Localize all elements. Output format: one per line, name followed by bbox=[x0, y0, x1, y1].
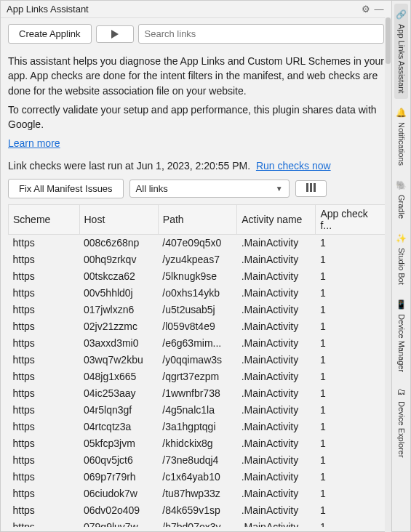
table-row[interactable]: https017jwlxzn6/u5t2usab5j.MainActivity1 bbox=[9, 301, 387, 318]
table-row[interactable]: https04ic253aay/1wwnfbr738.MainActivity1 bbox=[9, 384, 387, 401]
table-row[interactable]: https079g9luv7w/h7bd07ox3y.MainActivity1 bbox=[9, 518, 387, 527]
side-tab-device-explorer[interactable]: 🗂Device Explorer bbox=[396, 381, 407, 464]
cell-activity: .MainActivity bbox=[237, 518, 316, 527]
table-row[interactable]: https03axxd3mi0/e6g63mim....MainActivity… bbox=[9, 334, 387, 351]
cell-path: /l059v8t4e9 bbox=[158, 318, 236, 334]
cell-activity: .MainActivity bbox=[237, 384, 316, 401]
cell-appcheck: 1 bbox=[316, 251, 387, 267]
col-appcheck[interactable]: App check f... bbox=[316, 204, 387, 234]
cell-appcheck: 1 bbox=[316, 518, 387, 527]
col-activity[interactable]: Activity name bbox=[237, 204, 316, 234]
cell-appcheck: 1 bbox=[316, 368, 387, 384]
cell-path: /73ne8udqj4 bbox=[158, 451, 236, 468]
cell-scheme: https bbox=[9, 384, 80, 401]
cell-activity: .MainActivity bbox=[237, 234, 316, 251]
cell-appcheck: 1 bbox=[316, 384, 387, 401]
description-p2: To correctly validate your setup and app… bbox=[8, 102, 384, 132]
cell-appcheck: 1 bbox=[316, 351, 387, 368]
svg-marker-0 bbox=[111, 30, 119, 39]
cell-appcheck: 1 bbox=[316, 318, 387, 334]
cell-appcheck: 1 bbox=[316, 234, 387, 251]
cell-host: 04rtcqtz3a bbox=[79, 418, 158, 435]
cell-path: /1wwnfbr738 bbox=[158, 384, 236, 401]
minimize-icon[interactable]: — bbox=[372, 4, 386, 15]
side-tab-studio-bot[interactable]: ✨Studio Bot bbox=[394, 227, 408, 291]
cell-appcheck: 1 bbox=[316, 451, 387, 468]
cell-appcheck: 1 bbox=[316, 468, 387, 485]
run-checks-link[interactable]: Run checks now bbox=[256, 160, 331, 172]
columns-button[interactable] bbox=[295, 180, 327, 197]
side-tab-label: App Links Assistant bbox=[397, 24, 406, 93]
description-p1: This assistant helps you diagnose the Ap… bbox=[8, 54, 384, 98]
side-tab-label: Device Manager bbox=[397, 314, 406, 372]
search-input[interactable] bbox=[138, 24, 384, 44]
cell-appcheck: 1 bbox=[316, 485, 387, 501]
side-tab-label: Gradle bbox=[397, 195, 406, 219]
cell-host: 069p7r79rh bbox=[79, 468, 158, 485]
table-row[interactable]: https06ciudok7w/tu87hwp33z.MainActivity1 bbox=[9, 485, 387, 501]
notifications-icon: 🔔 bbox=[396, 108, 407, 118]
side-tab-device-manager[interactable]: 📱Device Manager bbox=[394, 294, 408, 378]
cell-scheme: https bbox=[9, 351, 80, 368]
side-tab-gradle[interactable]: 🐘Gradle bbox=[394, 174, 408, 225]
table-row[interactable]: https00hq9zrkqv/yzu4kpeas7.MainActivity1 bbox=[9, 251, 387, 267]
table-row[interactable]: https04rtcqtz3a/3a1hgptqgi.MainActivity1 bbox=[9, 418, 387, 435]
table-row[interactable]: https00v5hhld0j/o0xhs14ykb.MainActivity1 bbox=[9, 284, 387, 301]
table-row[interactable]: https06dv02o409/84k659v1sp.MainActivity1 bbox=[9, 501, 387, 518]
cell-scheme: https bbox=[9, 251, 80, 267]
cell-scheme: https bbox=[9, 301, 80, 318]
status-row: Link checks were last run at Jun 1, 2023… bbox=[1, 157, 391, 176]
table-row[interactable]: https008c6z68np/407e09q5x0.MainActivity1 bbox=[9, 234, 387, 251]
right-sidebar: 🔗App Links Assistant🔔Notifications🐘Gradl… bbox=[391, 1, 410, 531]
filter-label: All links bbox=[136, 183, 168, 194]
filter-select[interactable]: All links ▼ bbox=[129, 180, 290, 198]
cell-path: /yzu4kpeas7 bbox=[158, 251, 236, 267]
gear-icon[interactable]: ⚙ bbox=[359, 4, 372, 15]
table-row[interactable]: https04r5lqn3gf/4g5nalc1la.MainActivity1 bbox=[9, 401, 387, 418]
cell-host: 04ic253aay bbox=[79, 384, 158, 401]
table-row[interactable]: https060qv5jct6/73ne8udqj4.MainActivity1 bbox=[9, 451, 387, 468]
cell-path: /e6g63mim... bbox=[158, 334, 236, 351]
cell-host: 079g9luv7w bbox=[79, 518, 158, 527]
cell-host: 00hq9zrkqv bbox=[79, 251, 158, 267]
cell-activity: .MainActivity bbox=[237, 468, 316, 485]
device-manager-icon: 📱 bbox=[396, 299, 407, 310]
cell-host: 00v5hhld0j bbox=[79, 284, 158, 301]
title-bar: App Links Assistant ⚙ — bbox=[1, 1, 391, 18]
table-row[interactable]: https02jv21zzmc/l059v8t4e9.MainActivity1 bbox=[9, 318, 387, 334]
col-path[interactable]: Path bbox=[158, 204, 236, 234]
cell-activity: .MainActivity bbox=[237, 284, 316, 301]
table-row[interactable]: https048jg1x665/qgrt37ezpm.MainActivity1 bbox=[9, 368, 387, 384]
cell-activity: .MainActivity bbox=[237, 301, 316, 318]
panel-title: App Links Assistant bbox=[7, 4, 359, 15]
table-row[interactable]: https05kfcp3jvm/khidckix8g.MainActivity1 bbox=[9, 435, 387, 451]
cell-scheme: https bbox=[9, 518, 80, 527]
side-tab-notifications[interactable]: 🔔Notifications bbox=[394, 102, 408, 172]
links-table-wrap[interactable]: Scheme Host Path Activity name App check… bbox=[8, 204, 387, 527]
cell-path: /y0qqimaw3s bbox=[158, 351, 236, 368]
play-icon bbox=[111, 30, 119, 39]
create-applink-button[interactable]: Create Applink bbox=[8, 24, 92, 44]
scrollbar-thumb[interactable] bbox=[386, 17, 391, 64]
fix-manifest-button[interactable]: Fix All Manifest Issues bbox=[8, 179, 124, 198]
gradle-icon: 🐘 bbox=[396, 180, 407, 190]
chevron-down-icon: ▼ bbox=[276, 185, 283, 193]
run-button[interactable] bbox=[96, 25, 134, 43]
cell-host: 02jv21zzmc bbox=[79, 318, 158, 334]
table-row[interactable]: https03wq7w2kbu/y0qqimaw3s.MainActivity1 bbox=[9, 351, 387, 368]
table-header-row: Scheme Host Path Activity name App check… bbox=[9, 204, 387, 234]
cell-scheme: https bbox=[9, 267, 80, 284]
status-prefix: Link checks were last run at bbox=[8, 160, 137, 172]
scrollbar-track[interactable] bbox=[385, 17, 391, 532]
cell-host: 048jg1x665 bbox=[79, 368, 158, 384]
cell-scheme: https bbox=[9, 368, 80, 384]
col-scheme[interactable]: Scheme bbox=[9, 204, 80, 234]
learn-more-link[interactable]: Learn more bbox=[8, 137, 60, 149]
cell-appcheck: 1 bbox=[316, 284, 387, 301]
col-host[interactable]: Host bbox=[79, 204, 158, 234]
side-tab-label: Device Explorer bbox=[397, 401, 406, 458]
side-tab-app-links-assistant[interactable]: 🔗App Links Assistant bbox=[394, 4, 408, 99]
cell-activity: .MainActivity bbox=[237, 401, 316, 418]
table-row[interactable]: https00tskcza62/5lknugk9se.MainActivity1 bbox=[9, 267, 387, 284]
table-row[interactable]: https069p7r79rh/c1x64yab10.MainActivity1 bbox=[9, 468, 387, 485]
